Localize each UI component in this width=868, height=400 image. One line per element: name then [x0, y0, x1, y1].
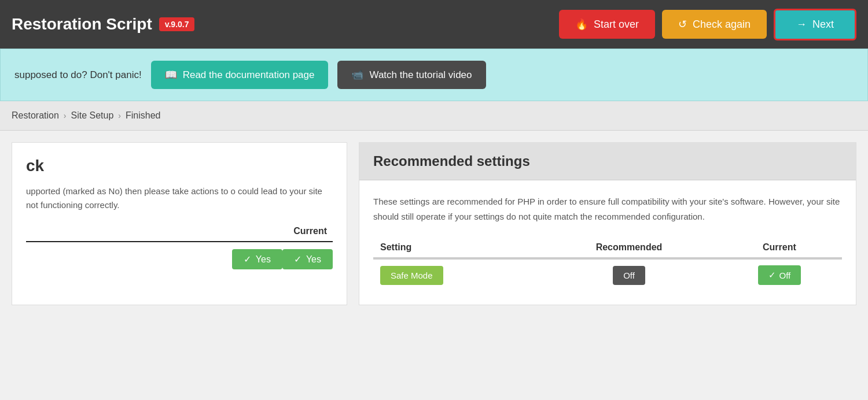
current-cell: ✓ Off	[717, 260, 842, 291]
breadcrumb-item-finished: Finished	[126, 110, 160, 121]
video-icon	[351, 69, 363, 81]
read-docs-button[interactable]: Read the documentation page	[151, 61, 329, 89]
check-icon-off: ✓	[768, 270, 776, 280]
check-icon-2: ✓	[244, 254, 251, 265]
left-divider	[26, 241, 333, 242]
info-banner: supposed to do? Don't panic! Read the do…	[0, 49, 868, 101]
breadcrumb-sep-1: ›	[64, 111, 67, 120]
header-buttons: Start over Check again Next	[559, 9, 856, 40]
check-icon-1: ✓	[294, 254, 301, 265]
setting-name-cell: Safe Mode	[373, 260, 541, 291]
yes-text-1: Yes	[306, 254, 321, 265]
start-over-label: Start over	[594, 18, 639, 31]
book-icon	[165, 69, 177, 81]
yes-badge-label-1: ✓ Yes	[282, 249, 333, 269]
col-header-current: Current	[26, 226, 333, 236]
breadcrumb-bar: Restoration › Site Setup › Finished	[0, 101, 868, 131]
header: Restoration Script v.9.0.7 Start over Ch…	[0, 0, 868, 49]
right-panel-body: These settings are recommended for PHP i…	[359, 180, 856, 305]
recommended-off-text: Off	[623, 271, 635, 280]
next-button[interactable]: Next	[774, 9, 856, 40]
refresh-icon	[678, 18, 687, 31]
current-off-badge: ✓ Off	[758, 265, 801, 285]
breadcrumb-sep-2: ›	[118, 111, 121, 120]
recommended-cell: Off	[541, 260, 717, 291]
table-row: Safe Mode Off ✓ Off	[373, 260, 842, 291]
check-again-label: Check again	[693, 18, 751, 31]
breadcrumb-item-sitesetup: Site Setup	[71, 110, 114, 121]
check-again-button[interactable]: Check again	[662, 10, 767, 39]
left-panel: ck upported (marked as No) then please t…	[12, 142, 347, 305]
banner-text: supposed to do? Don't panic!	[14, 69, 142, 81]
left-panel-title: ck	[26, 157, 333, 175]
start-over-button[interactable]: Start over	[559, 10, 655, 39]
left-panel-desc: upported (marked as No) then please take…	[26, 184, 333, 212]
current-off-text: Off	[779, 271, 791, 280]
settings-table: Setting Recommended Current Safe Mode Of…	[373, 238, 842, 291]
main-content: ck upported (marked as No) then please t…	[0, 131, 868, 317]
app-title: Restoration Script	[12, 15, 152, 34]
col-setting: Setting	[373, 238, 541, 258]
version-badge: v.9.0.7	[159, 17, 195, 31]
recommended-off-badge: Off	[613, 266, 645, 285]
right-panel-title: Recommended settings	[359, 143, 856, 180]
safe-mode-badge: Safe Mode	[380, 266, 443, 285]
flame-icon	[575, 18, 588, 31]
breadcrumb-item-restoration: Restoration	[12, 110, 59, 121]
watch-tutorial-button[interactable]: Watch the tutorial video	[337, 61, 486, 89]
yes-text-2: Yes	[256, 254, 271, 265]
col-current: Current	[717, 238, 842, 258]
next-label: Next	[812, 18, 834, 31]
arrow-icon	[796, 18, 807, 31]
breadcrumb: Restoration › Site Setup › Finished	[12, 110, 856, 121]
col-recommended: Recommended	[541, 238, 717, 258]
watch-tutorial-label: Watch the tutorial video	[369, 69, 472, 81]
yes-badge-label-2: ✓ Yes	[232, 249, 282, 269]
app-title-group: Restoration Script v.9.0.7	[12, 15, 194, 34]
right-panel-desc: These settings are recommended for PHP i…	[373, 194, 842, 224]
read-docs-label: Read the documentation page	[183, 69, 315, 81]
right-panel: Recommended settings These settings are …	[359, 142, 856, 305]
